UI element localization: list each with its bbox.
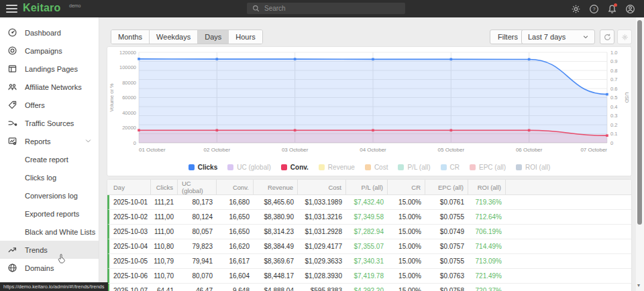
y2-axis-tick: 1.0 [610,50,617,56]
point-clicks [528,58,531,61]
cell-day: 2025-10-07 [109,284,151,291]
point-conv- [450,129,453,132]
cell-revenue: $8,465.60 [254,195,298,209]
cell-cr: 15.00% [388,210,425,224]
table-row[interactable]: 2025-10-02111,0080,12416,650$8,380.90$1,… [107,210,631,225]
cell-day: 2025-10-03 [109,225,151,239]
cell-clicks: 64,41 [151,284,178,291]
scrollbar-thumb[interactable] [637,20,642,225]
cell-cost: $1,029.3633 [298,254,346,268]
legend-item-cr[interactable]: CR [441,164,460,171]
cell-conv-: 16,680 [217,195,254,209]
hamburger-menu-icon[interactable] [6,5,17,13]
column-header-p-l-all-[interactable]: P/L (all) [346,180,388,194]
sidebar-item-label: Landings Pages [25,65,78,73]
table-row[interactable]: 2025-10-06110,7080,07016,604$8,448.17$1,… [107,269,631,284]
y-axis-tick: 40000 [122,110,136,116]
legend-label: Cost [374,164,388,171]
settings-gear-icon[interactable] [570,3,582,15]
cell-roi-all-: 721.49% [468,269,506,283]
column-header-cost[interactable]: Cost [298,180,346,194]
sidebar-item-conversions-log[interactable]: Conversions log [0,186,99,205]
tab-days[interactable]: Days [198,30,229,44]
chevron-down-icon [582,34,589,40]
legend-item-conv-[interactable]: Conv. [281,164,309,171]
table-row[interactable]: 2025-10-03111,0080,05716,650$8,314.23$1,… [107,225,631,239]
help-icon[interactable]: ? [588,3,600,15]
sidebar-item-clicks-log[interactable]: Clicks log [0,168,99,186]
sidebar-item-affiliate-networks[interactable]: Affiliate Networks [0,78,99,96]
sidebar-item-label: Affiliate Networks [25,83,82,91]
column-header-cr[interactable]: CR [388,180,425,194]
legend-item-cost[interactable]: Cost [365,164,388,171]
filters-button[interactable]: Filters [490,30,526,44]
cell-cost: $1,029.4177 [298,239,346,253]
table-row[interactable]: 2025-10-05110,7979,94116,617$8,369.67$1,… [107,254,631,269]
legend-swatch [189,164,195,170]
vertical-scrollbar[interactable]: ▾ [636,17,644,291]
legend-label: Revenue [328,164,355,171]
column-header-clicks[interactable]: Clicks [151,180,178,194]
table-row[interactable]: 2025-10-04110,8079,82316,620$8,384.49$1,… [107,239,631,254]
column-header-epc-all-[interactable]: EPC (all) [425,180,468,194]
sidebar-item-reports[interactable]: Reports [0,132,99,150]
y2-axis-tick: 0.4 [610,104,617,110]
column-header-conv-[interactable]: Conv. [217,180,254,194]
domains-icon [7,263,17,273]
cell-uc-global-: 80,124 [178,210,217,224]
trends-icon [7,245,17,255]
cell-conv-: 16,617 [217,254,254,268]
account-icon[interactable] [624,3,636,15]
column-header-day[interactable]: Day [109,180,151,194]
legend-item-p-l-all-[interactable]: P/L (all) [398,164,430,171]
cell-roi-all-: 712.64% [468,210,506,224]
point-clicks [138,58,140,60]
cell-conv-: 16,604 [217,269,254,283]
sidebar-item-trends[interactable]: Trends [0,241,99,259]
sidebar-item-offers[interactable]: Offers [0,96,99,114]
legend-item-uc-global-[interactable]: UC (global) [227,164,271,171]
notifications-bell-icon[interactable] [606,3,618,15]
legend-label: P/L (all) [407,164,430,171]
tab-weekdays[interactable]: Weekdays [150,30,198,44]
legend-item-clicks[interactable]: Clicks [189,164,217,171]
sidebar-item-black-and-white-lists[interactable]: Black and White Lists [0,223,99,241]
area-conv- [139,130,607,143]
chart-settings-button[interactable] [617,30,632,44]
trends-line-chart[interactable]: 02000040000600008000010000012000000.10.2… [107,47,631,158]
legend-swatch [470,164,476,170]
column-header-revenue[interactable]: Revenue [254,180,298,194]
sidebar-item-landings-pages[interactable]: Landings Pages [0,60,99,78]
legend-item-revenue[interactable]: Revenue [319,164,355,171]
sidebar-item-domains[interactable]: Domains [0,259,99,277]
search-input[interactable]: Search [247,3,405,14]
sidebar-item-create-report[interactable]: Create report [0,150,99,168]
sidebar-item-exported-reports[interactable]: Exported reports [0,205,99,223]
y-axis-tick: 120000 [119,50,136,56]
point-conv- [294,129,297,131]
column-header-filler [506,180,631,194]
column-header-uc-global-[interactable]: UC (global) [178,180,217,194]
column-header-roi-all-[interactable]: ROI (all) [468,180,506,194]
tab-months[interactable]: Months [111,30,150,44]
point-clicks [606,93,608,96]
legend-item-roi-all-[interactable]: ROI (all) [516,164,550,171]
sidebar-item-traffic-sources[interactable]: Traffic Sources [0,114,99,132]
point-clicks [450,58,453,61]
cell-p-l-all-: $7,282.94 [346,225,388,239]
date-range-select[interactable]: Last 7 days [521,30,595,44]
table-row[interactable]: 2025-10-01111,2180,17316,680$8,465.60$1,… [107,195,631,210]
demo-badge: demo [69,3,81,8]
table-row[interactable]: 2025-10-0764,4146,479,648$4,888.04$595.8… [107,284,631,291]
refresh-button[interactable] [600,30,614,44]
sidebar-item-campaigns[interactable]: Campaigns [0,42,99,60]
legend-item-epc-all-[interactable]: EPC (all) [470,164,506,171]
sidebar-item-dashboard[interactable]: Dashboard [0,23,99,42]
x-axis-label: 07 October [580,147,607,153]
app-window: Keitaro demo Search ? DashboardCampaigns… [0,0,644,291]
sidebar-item-label: Dashboard [25,29,61,37]
cell-revenue: $8,448.17 [254,269,298,283]
y2-axis-tick: 0.5 [610,95,617,101]
scrollbar-down-arrow[interactable]: ▾ [637,283,643,288]
tab-hours[interactable]: Hours [229,30,262,44]
